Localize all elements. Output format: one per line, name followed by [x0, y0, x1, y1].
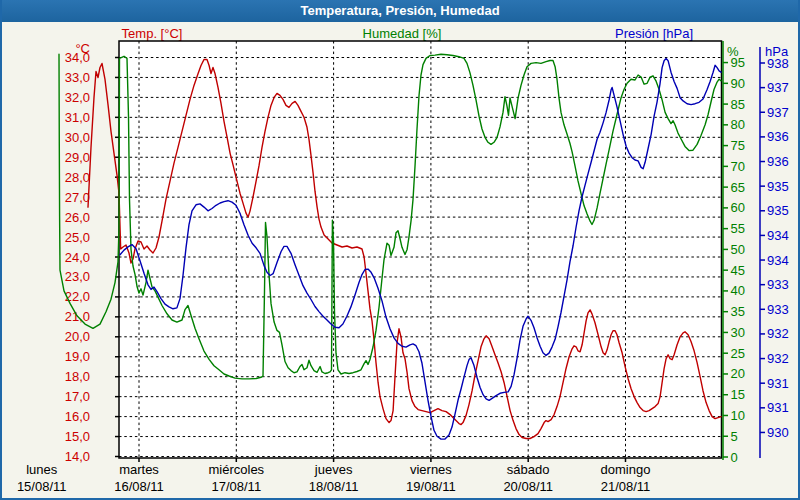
svg-text:15,0: 15,0 [65, 429, 90, 444]
svg-text:34,0: 34,0 [65, 50, 90, 65]
svg-text:miércoles: miércoles [208, 462, 264, 477]
chart-plot: 34,033,032,031,030,029,028,027,026,025,0… [2, 0, 800, 500]
svg-text:75: 75 [731, 138, 745, 153]
svg-text:20: 20 [731, 366, 745, 381]
svg-text:22,0: 22,0 [65, 289, 90, 304]
svg-text:18,0: 18,0 [65, 369, 90, 384]
svg-text:24,0: 24,0 [65, 250, 90, 265]
svg-text:935: 935 [767, 179, 789, 194]
svg-text:20,0: 20,0 [65, 329, 90, 344]
svg-text:33,0: 33,0 [65, 70, 90, 85]
svg-text:935: 935 [767, 203, 789, 218]
svg-text:931: 931 [767, 376, 789, 391]
svg-text:17,0: 17,0 [65, 389, 90, 404]
svg-text:martes: martes [119, 462, 159, 477]
svg-text:936: 936 [767, 154, 789, 169]
svg-text:936: 936 [767, 129, 789, 144]
svg-text:27,0: 27,0 [65, 190, 90, 205]
temp-axis-labels: 34,033,032,031,030,029,028,027,026,025,0… [65, 50, 90, 464]
svg-text:16/08/11: 16/08/11 [114, 479, 164, 494]
svg-text:26,0: 26,0 [65, 210, 90, 225]
svg-text:14,0: 14,0 [65, 449, 90, 464]
svg-text:95: 95 [731, 55, 745, 70]
svg-text:937: 937 [767, 80, 789, 95]
svg-text:15: 15 [731, 387, 745, 402]
svg-text:45: 45 [731, 263, 745, 278]
svg-text:jueves: jueves [314, 462, 353, 477]
svg-text:932: 932 [767, 326, 789, 341]
day-axis-labels: lunes15/08/11martes16/08/11miércoles17/0… [17, 462, 651, 494]
svg-text:80: 80 [731, 117, 745, 132]
svg-text:domingo: domingo [601, 462, 651, 477]
svg-text:viernes: viernes [410, 462, 452, 477]
svg-text:20/08/11: 20/08/11 [503, 479, 553, 494]
svg-text:934: 934 [767, 228, 789, 243]
svg-text:21/08/11: 21/08/11 [601, 479, 651, 494]
svg-text:31,0: 31,0 [65, 110, 90, 125]
svg-text:16,0: 16,0 [65, 409, 90, 424]
svg-text:25,0: 25,0 [65, 230, 90, 245]
svg-text:70: 70 [731, 159, 745, 174]
svg-text:55: 55 [731, 221, 745, 236]
svg-text:17/08/11: 17/08/11 [211, 479, 261, 494]
svg-text:933: 933 [767, 277, 789, 292]
svg-text:sábado: sábado [507, 462, 550, 477]
svg-text:931: 931 [767, 400, 789, 415]
pressure-axis: 9389379379369369359359349349339339329329… [760, 47, 789, 458]
app-window: Temperatura, Presión, Humedad Temp. [°C]… [0, 0, 800, 500]
svg-text:30,0: 30,0 [65, 130, 90, 145]
svg-text:90: 90 [731, 76, 745, 91]
humidity-axis: 95908580757065605550454035302520151050 [723, 41, 745, 465]
svg-text:10: 10 [731, 408, 745, 423]
svg-text:60: 60 [731, 200, 745, 215]
svg-text:85: 85 [731, 97, 745, 112]
svg-text:29,0: 29,0 [65, 150, 90, 165]
svg-text:15/08/11: 15/08/11 [17, 479, 67, 494]
svg-text:19,0: 19,0 [65, 349, 90, 364]
svg-text:937: 937 [767, 105, 789, 120]
svg-text:934: 934 [767, 253, 789, 268]
svg-text:930: 930 [767, 425, 789, 440]
svg-text:lunes: lunes [26, 462, 58, 477]
svg-text:40: 40 [731, 283, 745, 298]
svg-text:50: 50 [731, 242, 745, 257]
svg-text:25: 25 [731, 346, 745, 361]
svg-text:30: 30 [731, 325, 745, 340]
svg-text:35: 35 [731, 304, 745, 319]
svg-text:23,0: 23,0 [65, 269, 90, 284]
svg-text:932: 932 [767, 351, 789, 366]
svg-text:0: 0 [731, 450, 738, 465]
svg-text:32,0: 32,0 [65, 90, 90, 105]
svg-text:65: 65 [731, 180, 745, 195]
svg-text:19/08/11: 19/08/11 [406, 479, 456, 494]
svg-text:28,0: 28,0 [65, 170, 90, 185]
svg-text:18/08/11: 18/08/11 [309, 479, 359, 494]
svg-text:933: 933 [767, 302, 789, 317]
svg-text:5: 5 [731, 429, 738, 444]
svg-text:938: 938 [767, 56, 789, 71]
